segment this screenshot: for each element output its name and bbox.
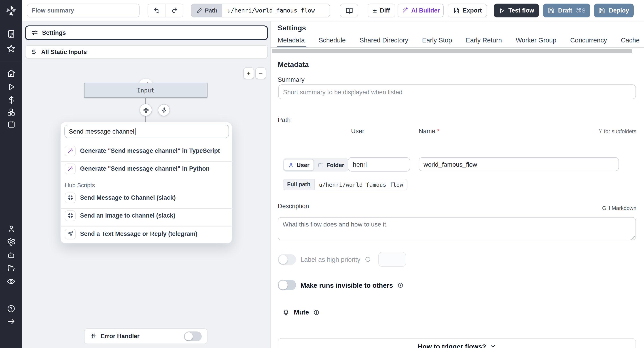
ai-builder-label: AI Builder [411,7,440,14]
input-node[interactable]: Input [84,83,208,98]
mute-label: Mute [294,309,309,316]
menu-item-slack-message[interactable]: Send Message to Channel (slack) [61,190,232,205]
path-label: Path [205,7,217,14]
summary-input[interactable] [278,84,636,99]
full-path-display: Full path u/henri/world_famous_flow [283,179,408,190]
menu-item-generate-python[interactable]: Generate "Send message channel" in Pytho… [61,161,232,176]
high-priority-row: Label as high priority [278,252,406,267]
slack-icon [65,210,76,221]
subfolder-hint: '/' for subfolders [599,128,636,135]
invisible-runs-row: Make runs invisible to others [278,280,403,290]
all-static-inputs-label: All Static Inputs [41,48,87,55]
zoom-out-button[interactable]: − [255,67,266,79]
draft-label: Draft [558,7,572,14]
menu-item-generate-typescript[interactable]: Generate "Send message channel" in TypeS… [61,143,232,158]
workers-robot-icon[interactable] [0,248,22,262]
error-handler-label: Error Handler [100,333,180,340]
tab-worker-group[interactable]: Worker Group [516,35,556,47]
wand-icon [65,145,76,156]
settings-gear-icon[interactable] [0,235,22,248]
windmill-logo-icon[interactable] [5,5,17,16]
tab-early-return[interactable]: Early Return [466,35,502,47]
tab-shared-directory[interactable]: Shared Directory [360,35,408,47]
save-icon [598,7,605,14]
workspace-icon[interactable] [0,27,22,41]
bell-icon [283,309,289,316]
description-label: Description [278,202,309,209]
priority-value-input[interactable] [378,252,406,267]
path-name-input[interactable] [418,157,619,171]
zoom-in-label: + [247,69,251,77]
resources-boxes-icon[interactable] [0,105,22,119]
mute-row: Mute [283,309,319,316]
add-trigger-button[interactable] [158,104,170,116]
toggle-knob [278,255,288,264]
tab-cache[interactable]: Cache [621,35,640,47]
toggle-knob [278,281,288,290]
export-button[interactable]: Export [448,3,487,17]
menu-item-label: Send a Text Message or Reply (telegram) [80,230,198,237]
help-icon[interactable] [0,302,22,315]
bug-icon [90,333,96,340]
audit-eye-icon[interactable] [0,275,22,288]
full-path-label: Full path [283,179,315,190]
menu-item-telegram-message[interactable]: Send a Text Message or Reply (telegram) [61,226,232,241]
play-icon [498,7,505,14]
collapse-arrow-icon[interactable] [0,315,22,328]
schedules-calendar-icon[interactable] [0,118,22,131]
step-search-input[interactable]: Send message channel [64,125,229,138]
path-user-input[interactable] [348,157,410,172]
invisible-runs-toggle[interactable] [278,280,296,290]
all-static-inputs-box[interactable]: All Static Inputs [25,45,268,58]
deploy-button[interactable]: Deploy [594,3,634,17]
undo-button[interactable] [148,4,166,17]
save-icon [548,7,554,14]
path-value: u/henri/world_famous_flow [222,4,330,17]
pencil-icon [196,7,202,13]
docs-book-button[interactable] [340,3,358,17]
tab-concurrency[interactable]: Concurrency [570,35,607,47]
folders-icon[interactable] [0,262,22,275]
variables-dollar-icon[interactable] [0,93,22,106]
info-icon [397,282,403,288]
zoom-in-button[interactable]: + [243,67,254,79]
tab-early-stop[interactable]: Early Stop [422,35,452,47]
hub-scripts-section-label: Hub Scripts [65,182,95,188]
error-handler-toggle[interactable] [184,331,202,341]
owner-kind-user-option[interactable]: User [284,159,314,171]
draft-shortcut: ⌘S [576,7,586,14]
home-icon[interactable] [0,67,22,80]
undo-redo-group [148,3,183,17]
diff-button[interactable]: ± Diff [368,3,395,17]
how-to-trigger-flows-expander[interactable]: How to trigger flows? [278,338,636,348]
runs-play-icon[interactable] [0,80,22,93]
deploy-label: Deploy [609,7,629,14]
tabs-horizontal-scrollbar[interactable] [272,49,632,53]
owner-kind-folder-option[interactable]: Folder [314,159,348,171]
path-editor[interactable]: Path u/henri/world_famous_flow [191,3,330,17]
tab-schedule[interactable]: Schedule [319,35,346,47]
draft-button[interactable]: Draft ⌘S [543,3,590,17]
redo-button[interactable] [166,4,183,17]
zoom-out-label: − [259,69,263,77]
user-icon [288,162,294,168]
menu-item-slack-image[interactable]: Send an image to channel (slack) [61,208,232,223]
flow-summary-input[interactable] [27,3,140,17]
zap-icon [161,107,167,113]
test-flow-button[interactable]: Test flow [494,3,539,17]
user-icon[interactable] [0,222,22,235]
flow-settings-box[interactable]: Settings [25,25,268,40]
toggle-knob [185,332,193,340]
description-textarea[interactable] [278,217,636,240]
favorites-star-icon[interactable] [0,42,22,55]
plus-minus-icon: ± [373,7,376,14]
info-icon [314,309,319,315]
add-step-button[interactable] [140,104,152,116]
file-code-icon [453,7,460,14]
invisible-runs-label: Make runs invisible to others [300,281,393,289]
app-window: Path u/henri/world_famous_flow ± Diff AI… [0,0,644,348]
error-handler-node[interactable]: Error Handler [84,328,208,344]
tab-metadata[interactable]: Metadata [278,35,305,47]
high-priority-toggle[interactable] [278,254,296,265]
ai-builder-button[interactable]: AI Builder [398,3,444,17]
